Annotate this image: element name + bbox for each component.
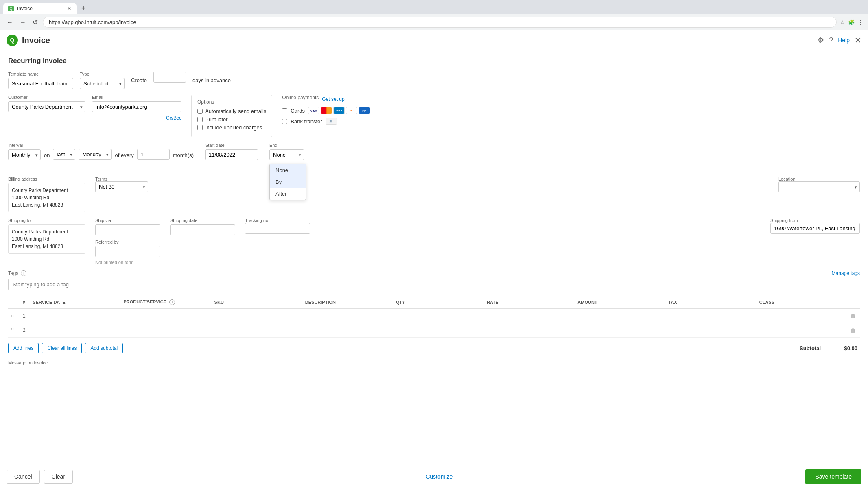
new-tab-button[interactable]: + bbox=[78, 2, 89, 14]
product-input-1[interactable] bbox=[123, 312, 209, 320]
sku-input-1[interactable] bbox=[214, 312, 300, 320]
product-input-2[interactable] bbox=[123, 326, 209, 335]
delete-cell-1[interactable]: 🗑 bbox=[848, 309, 860, 323]
service-date-input-2[interactable] bbox=[33, 326, 118, 335]
bank-transfer-checkbox[interactable] bbox=[282, 119, 287, 124]
rate-cell-1[interactable] bbox=[484, 309, 575, 323]
cards-checkbox[interactable] bbox=[282, 108, 287, 113]
tab-close-button[interactable]: ✕ bbox=[67, 5, 72, 12]
day-select[interactable]: Monday bbox=[79, 149, 112, 160]
amount-input-2[interactable] bbox=[577, 326, 663, 335]
auto-send-checkbox[interactable] bbox=[197, 109, 203, 114]
qty-cell-1[interactable] bbox=[394, 309, 484, 323]
get-set-up-link[interactable]: Get set up bbox=[322, 96, 344, 102]
back-button[interactable]: ← bbox=[5, 17, 15, 28]
amount-input-1[interactable] bbox=[577, 312, 663, 320]
drag-handle-1[interactable]: ⠿ bbox=[8, 309, 20, 323]
tax-input-2[interactable] bbox=[669, 326, 754, 335]
end-option-none[interactable]: None bbox=[270, 164, 306, 176]
class-cell-1[interactable] bbox=[757, 309, 848, 323]
help-icon[interactable]: ? bbox=[829, 36, 833, 45]
end-option-after[interactable]: After bbox=[270, 188, 306, 200]
shipping-date-input[interactable] bbox=[170, 224, 235, 235]
description-input-2[interactable] bbox=[305, 326, 391, 335]
description-input-1[interactable] bbox=[305, 312, 391, 320]
extensions-icon[interactable]: 🧩 bbox=[848, 19, 855, 25]
cancel-button[interactable]: Cancel bbox=[7, 470, 40, 484]
referred-by-input[interactable] bbox=[95, 246, 160, 257]
delete-icon-1[interactable]: 🗑 bbox=[850, 313, 856, 319]
browser-tab[interactable]: Q Invoice ✕ bbox=[3, 3, 77, 14]
url-bar[interactable] bbox=[43, 17, 837, 28]
start-date-input[interactable] bbox=[205, 149, 258, 160]
tax-input-1[interactable] bbox=[669, 312, 754, 320]
customize-link[interactable]: Customize bbox=[426, 473, 453, 480]
customer-select[interactable]: County Parks Department bbox=[8, 101, 85, 112]
class-input-1[interactable] bbox=[759, 312, 845, 320]
service-date-input-1[interactable] bbox=[33, 312, 118, 320]
clear-button[interactable]: Clear bbox=[44, 470, 73, 484]
clear-all-lines-button[interactable]: Clear all lines bbox=[42, 343, 82, 353]
qty-input-2[interactable] bbox=[396, 326, 482, 335]
days-advance-input[interactable] bbox=[153, 72, 186, 83]
interval-select[interactable]: Monthly bbox=[8, 149, 41, 160]
end-label: End bbox=[269, 143, 304, 148]
product-info-icon[interactable]: i bbox=[169, 299, 175, 305]
tax-cell-2[interactable] bbox=[666, 323, 757, 338]
amount-col-header: AMOUNT bbox=[575, 296, 666, 309]
product-cell-2[interactable] bbox=[121, 323, 212, 338]
settings-icon[interactable]: ⚙ bbox=[818, 36, 824, 45]
tax-cell-1[interactable] bbox=[666, 309, 757, 323]
manage-tags-link[interactable]: Manage tags bbox=[832, 270, 860, 276]
rate-cell-2[interactable] bbox=[484, 323, 575, 338]
include-unbilled-checkbox[interactable] bbox=[197, 125, 203, 130]
billing-address-box[interactable]: County Parks Department 1000 Winding Rd … bbox=[8, 183, 85, 212]
cc-bcc-link[interactable]: Cc/Bcc bbox=[92, 115, 181, 121]
print-later-checkbox[interactable] bbox=[197, 117, 203, 122]
delete-cell-2[interactable]: 🗑 bbox=[848, 323, 860, 338]
class-input-2[interactable] bbox=[759, 326, 845, 335]
amount-cell-2[interactable] bbox=[575, 323, 666, 338]
header-actions: ⚙ ? Help ✕ bbox=[818, 35, 861, 45]
description-cell-1[interactable] bbox=[303, 309, 394, 323]
type-select[interactable]: Scheduled Unscheduled Reminder bbox=[80, 78, 125, 89]
description-cell-2[interactable] bbox=[303, 323, 394, 338]
ship-via-input[interactable] bbox=[95, 224, 160, 235]
qty-input-1[interactable] bbox=[396, 312, 482, 320]
menu-icon[interactable]: ⋮ bbox=[858, 19, 863, 25]
sku-cell-1[interactable] bbox=[212, 309, 303, 323]
email-input[interactable] bbox=[92, 101, 181, 112]
shipping-from-input[interactable] bbox=[770, 223, 860, 234]
shipping-to-box[interactable]: County Parks Department 1000 Winding Rd … bbox=[8, 224, 85, 254]
amount-cell-1[interactable] bbox=[575, 309, 666, 323]
forward-button[interactable]: → bbox=[18, 17, 28, 28]
rate-input-1[interactable] bbox=[487, 312, 573, 320]
every-input[interactable] bbox=[137, 149, 170, 160]
drag-handle-2[interactable]: ⠿ bbox=[8, 323, 20, 338]
product-cell-1[interactable] bbox=[121, 309, 212, 323]
add-subtotal-button[interactable]: Add subtotal bbox=[85, 343, 123, 353]
tags-info-icon[interactable]: i bbox=[21, 270, 26, 276]
delete-icon-2[interactable]: 🗑 bbox=[850, 327, 856, 333]
tags-input[interactable] bbox=[8, 279, 256, 290]
refresh-button[interactable]: ↺ bbox=[31, 17, 39, 28]
close-button[interactable]: ✕ bbox=[855, 35, 861, 45]
rate-input-2[interactable] bbox=[487, 326, 573, 335]
terms-select[interactable]: Net 30 bbox=[95, 181, 148, 192]
last-select[interactable]: last bbox=[53, 149, 75, 160]
service-date-cell-2[interactable] bbox=[30, 323, 121, 338]
tracking-input[interactable] bbox=[245, 223, 310, 234]
service-date-cell-1[interactable] bbox=[30, 309, 121, 323]
end-select[interactable]: None By After bbox=[269, 149, 304, 160]
template-name-input[interactable] bbox=[8, 78, 73, 89]
add-lines-button[interactable]: Add lines bbox=[8, 343, 39, 353]
bookmark-icon[interactable]: ☆ bbox=[840, 19, 845, 25]
qty-cell-2[interactable] bbox=[394, 323, 484, 338]
end-option-by[interactable]: By bbox=[270, 176, 306, 188]
save-template-button[interactable]: Save template bbox=[805, 469, 861, 484]
class-cell-2[interactable] bbox=[757, 323, 848, 338]
help-button[interactable]: Help bbox=[838, 37, 850, 44]
sku-cell-2[interactable] bbox=[212, 323, 303, 338]
sku-input-2[interactable] bbox=[214, 326, 300, 335]
location-select[interactable] bbox=[778, 181, 860, 192]
